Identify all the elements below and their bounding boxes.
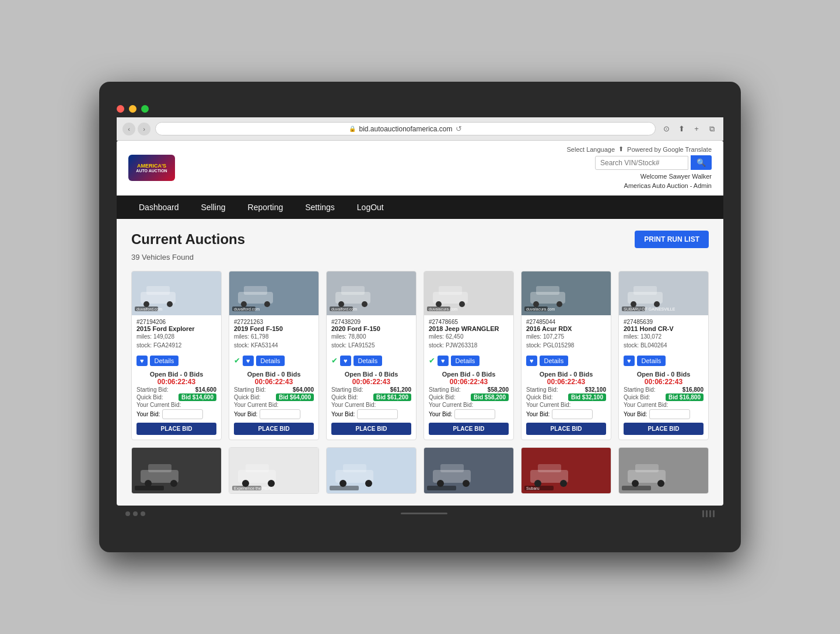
bid-input-row: Your Bid: <box>136 409 216 419</box>
forward-btn[interactable]: › <box>138 123 150 135</box>
favorite-button[interactable]: ♥ <box>438 356 449 366</box>
vehicle-id: #27485639 <box>624 319 704 325</box>
starting-bid-row: Starting Bid: $14,600 <box>136 386 216 393</box>
nav-selling[interactable]: Selling <box>191 196 236 219</box>
select-language-label[interactable]: Select Language <box>567 146 615 153</box>
bid-input[interactable] <box>649 409 690 419</box>
svg-text:Experience the REAL: Experience the REAL <box>234 486 273 491</box>
starting-bid-label: Starting Bid: <box>136 386 168 393</box>
svg-point-20 <box>362 301 368 307</box>
svg-text:duvalacura.com: duvalacura.com <box>526 307 555 311</box>
quick-bid-badge[interactable]: Bid $16,800 <box>666 393 704 401</box>
maximize-btn[interactable] <box>141 105 149 113</box>
quick-bid-badge[interactable]: Bid $14,600 <box>178 393 216 401</box>
vehicle-meta: miles: 107,275stock: PGL015298 <box>526 332 606 350</box>
favorite-button[interactable]: ♥ <box>243 356 254 366</box>
starting-bid-value: $14,600 <box>195 386 216 393</box>
vehicle-name: 2020 Ford F-150 <box>331 325 411 332</box>
details-button[interactable]: Details <box>540 356 569 366</box>
quick-bid-badge[interactable]: Bid $58,200 <box>471 393 509 401</box>
your-bid-label: Your Bid: <box>624 411 647 417</box>
close-btn[interactable] <box>117 105 124 113</box>
vehicle-actions: ✔ ♥ Details <box>424 353 513 368</box>
vehicle-image: duvalacura.com <box>522 271 611 315</box>
quick-bid-row: Quick Bid: Bid $58,200 <box>429 393 509 401</box>
bid-input[interactable] <box>162 409 203 419</box>
vehicle-card: duvalacura.com #27478665 2018 Jeep WRANG… <box>424 271 514 440</box>
your-bid-label: Your Bid: <box>331 411 355 417</box>
svg-point-53 <box>242 480 249 487</box>
vehicle-actions: ♥ Details <box>132 353 221 368</box>
search-input[interactable] <box>595 156 688 170</box>
svg-text:duvalford.com: duvalford.com <box>234 307 260 311</box>
place-bid-button[interactable]: PLACE BID <box>624 423 704 435</box>
bid-input[interactable] <box>552 409 593 419</box>
current-bid-row: Your Current Bid: <box>526 402 606 408</box>
quick-bid-label: Quick Bid: <box>624 394 650 400</box>
search-button[interactable]: 🔍 <box>691 155 712 170</box>
share-icon[interactable]: ⬆ <box>676 123 687 135</box>
quick-bid-label: Quick Bid: <box>331 394 358 400</box>
bid-input[interactable] <box>454 409 495 419</box>
address-bar[interactable]: 🔒 bid.autoauctionofamerica.com ↺ <box>155 122 656 135</box>
svg-rect-18 <box>341 286 365 295</box>
place-bid-button[interactable]: PLACE BID <box>429 423 509 435</box>
bid-input[interactable] <box>357 409 398 419</box>
vehicle-card-partial <box>618 447 709 494</box>
details-button[interactable]: Details <box>256 356 285 366</box>
quick-bid-row: Quick Bid: Bid $16,800 <box>624 393 704 401</box>
details-button[interactable]: Details <box>637 356 666 366</box>
your-bid-label: Your Bid: <box>136 411 160 417</box>
svg-point-47 <box>170 480 177 487</box>
your-bid-label: Your Bid: <box>234 411 257 417</box>
current-bid-row: Your Current Bid: <box>136 402 216 408</box>
print-run-list-button[interactable]: PRINT RUN LIST <box>635 231 709 248</box>
add-tab-icon[interactable]: + <box>691 123 702 135</box>
your-bid-label: Your Bid: <box>429 411 452 417</box>
svg-point-34 <box>556 301 562 307</box>
current-bid-label: Your Current Bid: <box>331 402 376 408</box>
favorite-button[interactable]: ♥ <box>526 356 537 366</box>
details-button[interactable]: Details <box>451 356 480 366</box>
starting-bid-value: $16,800 <box>682 386 704 393</box>
quick-bid-badge[interactable]: Bid $32,100 <box>568 393 606 401</box>
nav-dashboard[interactable]: Dashboard <box>128 196 190 219</box>
vehicle-name: 2016 Acur RDX <box>526 325 606 332</box>
bid-input[interactable] <box>260 409 300 419</box>
quick-bid-badge[interactable]: Bid $61,200 <box>373 393 411 401</box>
quick-bid-badge[interactable]: Bid $64,000 <box>276 393 314 401</box>
minimize-btn[interactable] <box>129 105 136 113</box>
place-bid-button[interactable]: PLACE BID <box>136 423 216 435</box>
history-icon[interactable]: ⊙ <box>660 123 672 135</box>
favorite-button[interactable]: ♥ <box>340 356 351 366</box>
svg-text:Subaru: Subaru <box>526 486 540 490</box>
nav-settings[interactable]: Settings <box>295 196 345 219</box>
place-bid-button[interactable]: PLACE BID <box>526 423 606 435</box>
favorite-button[interactable]: ♥ <box>136 356 148 366</box>
svg-rect-25 <box>439 286 462 295</box>
starting-bid-value: $58,200 <box>488 386 509 393</box>
partial-vehicle-image <box>132 448 221 494</box>
vehicle-id: #27221263 <box>234 319 314 325</box>
svg-point-12 <box>241 301 247 307</box>
svg-point-66 <box>463 480 470 487</box>
favorite-button[interactable]: ♥ <box>624 356 635 366</box>
reload-icon[interactable]: ↺ <box>456 124 462 133</box>
page-title: Current Auctions <box>131 231 245 248</box>
back-btn[interactable]: ‹ <box>123 123 135 135</box>
place-bid-button[interactable]: PLACE BID <box>331 423 411 435</box>
nav-reporting[interactable]: Reporting <box>237 196 294 219</box>
svg-point-59 <box>340 480 346 487</box>
tabs-icon[interactable]: ⧉ <box>706 123 718 135</box>
vehicle-actions: ♥ Details <box>619 353 708 368</box>
browser-nav: ‹ › <box>123 123 150 135</box>
details-button[interactable]: Details <box>354 356 383 366</box>
place-bid-button[interactable]: PLACE BID <box>234 423 314 435</box>
nav-logout[interactable]: LogOut <box>346 196 394 219</box>
vehicle-name: 2019 Ford F-150 <box>234 325 314 332</box>
starting-bid-row: Starting Bid: $64,000 <box>234 386 314 393</box>
details-button[interactable]: Details <box>150 356 179 366</box>
svg-text:duvalford.com: duvalford.com <box>136 307 162 311</box>
bid-section: Open Bid - 0 Bids 00:06:22:43 Starting B… <box>522 368 611 440</box>
quick-bid-row: Quick Bid: Bid $64,000 <box>234 393 314 401</box>
